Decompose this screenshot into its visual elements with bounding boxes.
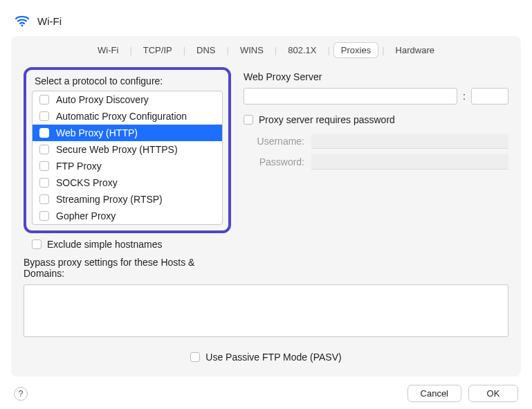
password-label: Password: (244, 156, 304, 167)
protocol-item[interactable]: Auto Proxy Discovery (33, 91, 222, 108)
protocol-checkbox[interactable] (39, 95, 49, 104)
tab-dns[interactable]: DNS (190, 43, 222, 57)
bypass-textarea[interactable] (24, 284, 508, 337)
tab-wins[interactable]: WINS (233, 43, 270, 57)
exclude-hostnames-label: Exclude simple hostnames (47, 239, 163, 250)
tab-separator: | (129, 45, 131, 55)
requires-password-label: Proxy server requires password (259, 114, 395, 125)
page-title: Wi-Fi (37, 15, 62, 27)
protocol-checkbox[interactable] (39, 128, 49, 138)
protocol-label: SOCKS Proxy (56, 177, 118, 188)
proxy-port-input[interactable] (471, 88, 508, 104)
protocol-label: Web Proxy (HTTP) (56, 127, 138, 138)
tab-tcp-ip[interactable]: TCP/IP (136, 43, 179, 57)
select-protocol-label: Select a protocol to configure: (32, 74, 223, 91)
protocol-label: Auto Proxy Discovery (56, 94, 149, 105)
cancel-button[interactable]: Cancel (407, 385, 461, 402)
tab-802-1x[interactable]: 802.1X (281, 43, 323, 57)
protocol-checkbox[interactable] (39, 178, 49, 188)
window-header: Wi-Fi (11, 8, 521, 36)
web-proxy-server-label: Web Proxy Server (244, 67, 508, 88)
protocol-checkbox[interactable] (39, 111, 49, 121)
protocol-label: FTP Proxy (56, 161, 102, 172)
protocol-label: Streaming Proxy (RTSP) (56, 194, 163, 205)
username-label: Username: (244, 136, 304, 147)
tab-proxies[interactable]: Proxies (334, 43, 378, 57)
exclude-hostnames-checkbox[interactable] (32, 239, 42, 249)
tabs-bar: Wi-Fi|TCP/IP|DNS|WINS|802.1X|Proxies|Har… (24, 36, 508, 67)
svg-point-0 (21, 25, 24, 27)
protocol-label: Automatic Proxy Configuration (56, 111, 187, 122)
help-button[interactable]: ? (14, 387, 28, 401)
bypass-label: Bypass proxy settings for these Hosts & … (24, 254, 231, 284)
protocol-item[interactable]: Streaming Proxy (RTSP) (33, 191, 222, 208)
protocol-item[interactable]: SOCKS Proxy (33, 174, 222, 191)
protocol-item[interactable]: Automatic Proxy Configuration (33, 108, 222, 125)
server-port-separator: : (463, 91, 466, 102)
protocol-checkbox[interactable] (39, 145, 49, 154)
protocol-checkbox[interactable] (39, 161, 49, 171)
protocol-list[interactable]: Auto Proxy DiscoveryAutomatic Proxy Conf… (32, 91, 223, 225)
protocol-item[interactable]: Secure Web Proxy (HTTPS) (33, 141, 222, 158)
passive-ftp-label: Use Passive FTP Mode (PASV) (205, 352, 341, 363)
tab-separator: | (327, 45, 329, 55)
protocol-checkbox[interactable] (39, 194, 49, 204)
protocol-checkbox[interactable] (39, 211, 49, 221)
proxy-server-input[interactable] (244, 88, 457, 104)
settings-panel: Wi-Fi|TCP/IP|DNS|WINS|802.1X|Proxies|Har… (11, 36, 521, 376)
ok-button[interactable]: OK (468, 385, 518, 402)
tab-separator: | (183, 45, 185, 55)
protocol-label: Gopher Proxy (56, 210, 116, 221)
tab-separator: | (382, 45, 384, 55)
wifi-icon (14, 12, 30, 29)
protocol-label: Secure Web Proxy (HTTPS) (56, 144, 178, 155)
tab-hardware[interactable]: Hardware (389, 43, 441, 57)
protocol-highlight-box: Select a protocol to configure: Auto Pro… (24, 67, 231, 233)
username-input[interactable] (311, 134, 508, 149)
tab-wi-fi[interactable]: Wi-Fi (91, 43, 125, 57)
password-input[interactable] (311, 154, 508, 170)
tab-separator: | (227, 45, 229, 55)
protocol-item[interactable]: Web Proxy (HTTP) (33, 125, 222, 141)
protocol-item[interactable]: FTP Proxy (33, 158, 222, 174)
protocol-item[interactable]: Gopher Proxy (33, 208, 222, 224)
requires-password-checkbox[interactable] (244, 115, 253, 125)
tab-separator: | (275, 45, 277, 55)
passive-ftp-checkbox[interactable] (190, 352, 200, 362)
